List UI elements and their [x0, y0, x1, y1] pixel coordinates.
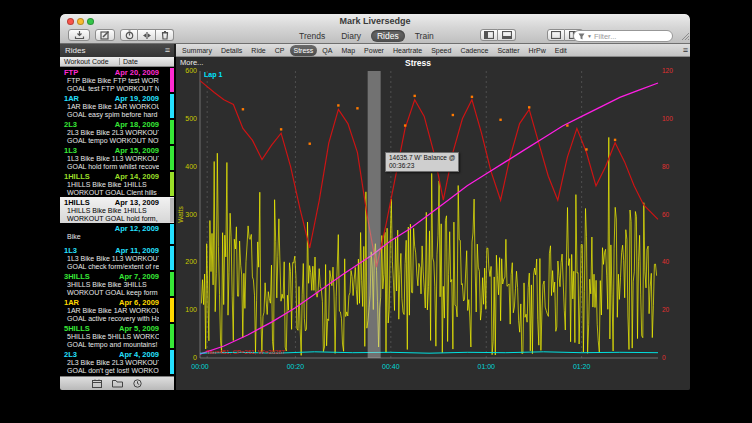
ride-item-header: 2L3Apr 4, 2009 [64, 350, 159, 359]
svg-text:00:00: 00:00 [191, 363, 209, 370]
sidebar-footer [60, 376, 174, 390]
ride-list-item[interactable]: 1L3Apr 11, 20091L3 Bike Bike 1L3 WORKOUT… [60, 245, 174, 271]
main-tab-diary[interactable]: Diary [335, 30, 367, 42]
ride-workout-code: 5HILLS [64, 324, 90, 333]
svg-text:20: 20 [662, 306, 670, 313]
svg-text:Lap 1: Lap 1 [204, 71, 222, 79]
svg-text:120: 120 [662, 67, 673, 74]
tooltip-time: 00:36:23 [389, 162, 455, 170]
ride-description-line: GOAL tempo WORKOUT NOTES [64, 137, 159, 145]
sidebar-header[interactable]: Rides ≡ [60, 44, 174, 57]
window-single-toggle[interactable] [547, 29, 565, 41]
titlebar[interactable]: Mark Liversedge [60, 14, 690, 28]
chart-menu-icon[interactable]: ≡ [683, 45, 688, 55]
folder-icon[interactable] [112, 379, 123, 388]
panel-bottom-toggle[interactable] [498, 29, 516, 41]
ride-description-line: GOAL check form/extent of recovery [64, 263, 159, 271]
chart-tab-ride[interactable]: Ride [247, 45, 269, 56]
ride-list-item[interactable]: 2L3Apr 18, 20092L3 Bike Bike 2L3 WORKOUT… [60, 119, 174, 145]
ride-description-line: 2L3 Bike Bike 2L3 WORKOUT [64, 129, 159, 137]
sidebar-menu-icon[interactable]: ≡ [165, 44, 170, 57]
app-window: Mark Liversedge [60, 14, 690, 390]
ride-list-item[interactable]: 3HILLSApr 7, 20093HILLS Bike Bike 3HILLS… [60, 271, 174, 297]
chart-tab-power[interactable]: Power [360, 45, 388, 56]
chart-tabbar: SummaryDetailsRideCPStressQAMapPowerHear… [176, 44, 690, 57]
ride-list-item[interactable]: 1HILLSApr 14, 20091HILLS Bike Bike 1HILL… [60, 171, 174, 197]
ride-description-line: Bike [64, 233, 159, 241]
column-date[interactable]: Date [123, 57, 138, 67]
sliders-button[interactable] [138, 29, 156, 41]
chart-tab-stress[interactable]: Stress [290, 45, 318, 56]
chart-tab-details[interactable]: Details [217, 45, 246, 56]
clock-icon[interactable] [133, 379, 142, 388]
ride-list-item[interactable]: 1ARApr 6, 20091AR Bike Bike 1AR WORKOUTG… [60, 297, 174, 323]
svg-text:40: 40 [662, 258, 670, 265]
ride-item-header: Apr 12, 2009 [64, 224, 159, 233]
ride-description-line: WORKOUT GOAL Clent hills - try [64, 189, 159, 197]
main-tab-rides[interactable]: Rides [371, 30, 405, 42]
ride-item-header: 1ARApr 19, 2009 [64, 94, 159, 103]
calendar-icon[interactable] [92, 379, 102, 388]
stopwatch-button[interactable] [120, 29, 138, 41]
sliders-icon [142, 31, 152, 40]
chart-tab-cadence[interactable]: Cadence [456, 45, 492, 56]
stress-plot[interactable]: 6005004003002001000Watts1201008060402000… [176, 57, 690, 390]
window-chrome: Mark Liversedge [60, 14, 690, 44]
chart-tab-qa[interactable]: QA [318, 45, 336, 56]
filter-placeholder: Filter... [594, 32, 617, 41]
download-button[interactable] [68, 29, 90, 41]
ride-date: Apr 7, 2009 [119, 272, 159, 281]
chart-tab-scatter[interactable]: Scatter [493, 45, 523, 56]
trash-button[interactable] [156, 29, 174, 41]
svg-text:Tau=451, CP=261, W'=20287: Tau=451, CP=261, W'=20287 [206, 349, 285, 355]
main-tab-train[interactable]: Train [409, 30, 440, 42]
svg-text:01:00: 01:00 [477, 363, 495, 370]
ride-list-item[interactable]: 1L3Apr 15, 20091L3 Bike Bike 1L3 WORKOUT… [60, 145, 174, 171]
ride-list-column-header[interactable]: Workout Code Date [60, 57, 174, 67]
sidebar-left-icon [484, 31, 494, 39]
ride-list-item[interactable]: 1ARApr 19, 20091AR Bike Bike 1AR WORKOUT… [60, 93, 174, 119]
filter-menu-arrow-icon: ▼ [587, 33, 592, 39]
filter-field[interactable]: ▼ Filter... [573, 30, 673, 42]
ride-description-line: 1AR Bike Bike 1AR WORKOUT [64, 307, 159, 315]
main-toolbar: TrendsDiaryRidesTrain [60, 28, 690, 44]
svg-text:600: 600 [185, 67, 197, 74]
resize-grip-icon[interactable] [681, 32, 690, 41]
main-tab-trends[interactable]: Trends [293, 30, 331, 42]
sidebar-left-toggle[interactable] [480, 29, 498, 41]
ride-item-header: 1L3Apr 15, 2009 [64, 146, 159, 155]
column-workout-code[interactable]: Workout Code [64, 57, 109, 67]
sidebar-toggles [480, 29, 516, 41]
chart-tab-speed[interactable]: Speed [427, 45, 455, 56]
chart-tab-edit[interactable]: Edit [551, 45, 571, 56]
ride-workout-code: 2L3 [64, 350, 77, 359]
compose-button[interactable] [95, 29, 115, 41]
chart-tab-hrpw[interactable]: HrPw [525, 45, 550, 56]
ride-list-item[interactable]: 5HILLSApr 5, 20095HILLS Bike 5HILLS WORK… [60, 323, 174, 349]
trash-icon [161, 30, 169, 40]
chart-tab-cp[interactable]: CP [271, 45, 289, 56]
ride-list: FTPApr 20, 2009FTP Bike Bike FTP test WO… [60, 67, 174, 376]
ride-description-line: 2L3 Bike Bike 2L3 WORKOUT [64, 359, 159, 367]
ride-description-line: 1AR Bike Bike 1AR WORKOUT [64, 103, 159, 111]
ride-item-header: 3HILLSApr 7, 2009 [64, 272, 159, 281]
chart-tab-map[interactable]: Map [337, 45, 359, 56]
ride-list-item[interactable]: FTPApr 20, 2009FTP Bike Bike FTP test WO… [60, 67, 174, 93]
ride-list-item[interactable]: 2L3Apr 4, 20092L3 Bike Bike 2L3 WORKOUTG… [60, 349, 174, 375]
chart-tab-heartrate[interactable]: Heartrate [389, 45, 426, 56]
svg-text:0: 0 [193, 354, 197, 361]
chart-tab-summary[interactable]: Summary [178, 45, 216, 56]
ride-date: Apr 5, 2009 [119, 324, 159, 333]
svg-text:0: 0 [662, 354, 666, 361]
ride-description-line: 1L3 Bike Bike 1L3 WORKOUT [64, 255, 159, 263]
svg-text:Watts: Watts [177, 206, 184, 223]
panel-bottom-icon [502, 31, 512, 39]
ride-description-line: FTP Bike Bike FTP test WORKOUT [64, 77, 159, 85]
ride-description-line: 3HILLS Bike Bike 3HILLS [64, 281, 159, 289]
ride-list-item[interactable]: 1HILLSApr 13, 20091HILLS Bike Bike 1HILL… [60, 197, 174, 223]
svg-text:500: 500 [185, 115, 197, 122]
column-divider[interactable] [119, 58, 120, 65]
ride-list-item[interactable]: Apr 12, 2009Bike [60, 223, 174, 245]
ride-date: Apr 4, 2009 [119, 350, 159, 359]
ride-item-header: 1HILLSApr 14, 2009 [64, 172, 159, 181]
